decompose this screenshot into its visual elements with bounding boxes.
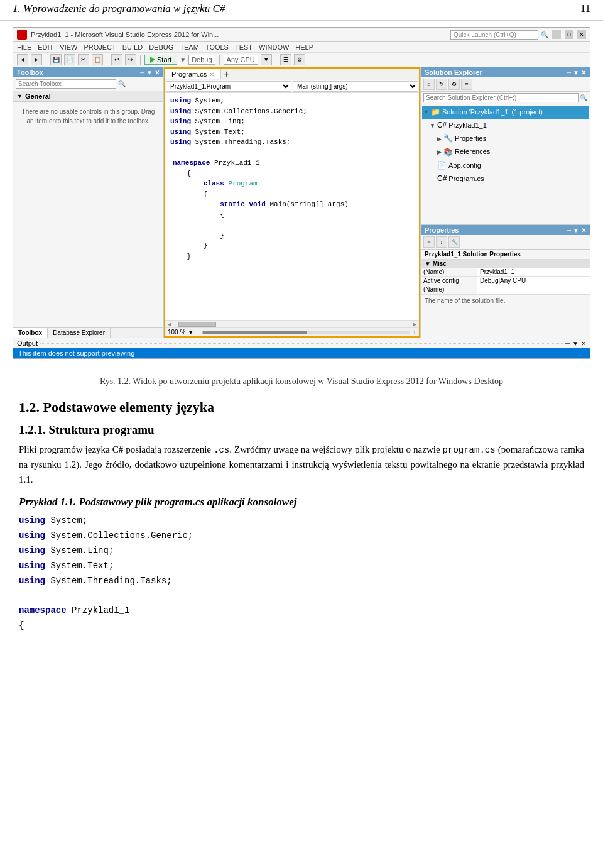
toolbar-undo-btn[interactable]: ↩ xyxy=(111,54,122,65)
toolbar-redo-btn[interactable]: ↪ xyxy=(125,54,136,65)
menu-debug[interactable]: DEBUG xyxy=(149,43,173,51)
toolbar-save-btn[interactable]: 💾 xyxy=(50,54,62,65)
toolbar-cpu-arrow[interactable]: ▼ xyxy=(261,54,272,65)
output-dropdown-icon[interactable]: ▼ xyxy=(572,340,579,347)
solution-search-icon[interactable]: 🔍 xyxy=(580,94,587,101)
toolbar-debug-dropdown[interactable]: Debug xyxy=(188,55,215,65)
properties-dropdown-icon[interactable]: ▼ xyxy=(573,227,579,234)
editor-nav-class-select[interactable]: Przyklad1_1.Program xyxy=(166,81,291,92)
code-line-4: using System.Text; xyxy=(170,127,414,138)
page-number: 11 xyxy=(580,3,590,15)
toolbox-search-icon[interactable]: 🔍 xyxy=(118,80,126,87)
toolbox-close-icon[interactable]: ✕ xyxy=(155,69,160,76)
code-line-12: { xyxy=(170,210,414,221)
toolbox-tab[interactable]: Toolbox xyxy=(13,328,48,338)
solution-tree-project[interactable]: ▼ C# Przyklad1_1 xyxy=(422,119,589,132)
scroll-thumb[interactable] xyxy=(178,322,216,327)
toolbar-cut-btn[interactable]: ✂ xyxy=(78,54,89,65)
solution-search-input[interactable] xyxy=(423,93,579,102)
toolbar-save-all-btn[interactable]: 📄 xyxy=(64,54,75,65)
solution-tree-programcs-label: Program.cs xyxy=(448,173,484,185)
props-alpha-btn[interactable]: ↕ xyxy=(436,236,447,248)
vs-code-editor[interactable]: Program.cs ✕ + Przyklad1_1.Program Main(… xyxy=(164,67,420,338)
menu-build[interactable]: BUILD xyxy=(122,43,143,51)
menu-edit[interactable]: EDIT xyxy=(38,43,53,51)
output-close-icon[interactable]: ✕ xyxy=(581,340,586,347)
references-icon: 📚 xyxy=(443,146,453,158)
zoom-minus-btn[interactable]: − xyxy=(196,329,200,336)
toolbar-debug-arrow[interactable]: ▼ xyxy=(180,57,186,63)
props-val-activeconfig: Debug|Any CPU xyxy=(477,277,590,285)
output-pin-icon[interactable]: ─ xyxy=(565,340,570,347)
menu-team[interactable]: TEAM xyxy=(180,43,199,51)
props-key-activeconfig: Active config xyxy=(421,277,477,285)
menu-help[interactable]: HELP xyxy=(295,43,313,51)
sol-home-btn[interactable]: ⌂ xyxy=(423,79,435,90)
page-header: 1. Wprowadzenie do programowania w język… xyxy=(0,0,603,21)
vs-maximize-button[interactable]: □ xyxy=(565,30,573,39)
zoom-dropdown-icon[interactable]: ▼ xyxy=(188,329,193,336)
toolbar-extra-btn[interactable]: ☰ xyxy=(280,54,291,65)
toolbar-start-button[interactable]: Start xyxy=(144,55,177,65)
solution-tree-solution[interactable]: ▼ 📁 Solution 'Przyklad1_1' (1 project) xyxy=(422,106,589,119)
menu-window[interactable]: WINDOW xyxy=(259,43,289,51)
sol-refresh-btn[interactable]: ↻ xyxy=(436,79,447,90)
solution-icon: 📁 xyxy=(431,106,440,118)
scroll-right-arrow-icon[interactable]: ► xyxy=(412,321,418,327)
sol-settings-btn[interactable]: ⚙ xyxy=(448,79,460,90)
toolbox-pin-icon[interactable]: ─ xyxy=(140,69,144,76)
para1-text1: Pliki programów języka C# posiadają rozs… xyxy=(19,444,214,454)
menu-view[interactable]: VIEW xyxy=(60,43,77,51)
toolbar-back-btn[interactable]: ◄ xyxy=(17,54,28,65)
menu-test[interactable]: TEST xyxy=(235,43,253,51)
solution-search-bar: 🔍 xyxy=(421,92,590,104)
toolbox-general-section[interactable]: ▼ General xyxy=(13,91,163,102)
zoom-plus-btn[interactable]: + xyxy=(413,329,416,336)
editor-new-tab-icon[interactable]: + xyxy=(221,69,232,80)
toolbar-cpu-dropdown[interactable]: Any CPU xyxy=(224,55,258,65)
editor-code-area[interactable]: using System; using System.Collections.G… xyxy=(165,93,419,320)
editor-tab-label: Program.cs xyxy=(171,70,207,78)
solution-tree-references[interactable]: ▶ 📚 References xyxy=(422,146,589,159)
toolbar-extra2-btn[interactable]: ⚙ xyxy=(294,54,305,65)
code-line-10: { xyxy=(170,189,414,200)
vs-minimize-button[interactable]: ─ xyxy=(552,30,561,39)
database-explorer-tab[interactable]: Database Explorer xyxy=(48,328,111,338)
toolbox-section-label: General xyxy=(25,92,51,100)
toolbox-search-input[interactable] xyxy=(16,79,116,89)
vs-search-icon[interactable]: 🔍 xyxy=(541,31,548,38)
editor-scrollbar-h[interactable]: ◄ ► xyxy=(165,320,419,327)
zoom-slider[interactable] xyxy=(202,331,410,334)
editor-nav-method-select[interactable]: Main(string[] args) xyxy=(293,81,418,92)
vs-output-bar: Output ─ ▼ ✕ xyxy=(13,338,590,348)
menu-tools[interactable]: TOOLS xyxy=(205,43,229,51)
menu-project[interactable]: PROJECT xyxy=(84,43,116,51)
solution-dropdown-icon[interactable]: ▼ xyxy=(573,69,579,76)
vs-quick-launch[interactable]: Quick Launch (Ctrl+Q) xyxy=(450,30,538,40)
solution-tree-programcs[interactable]: C# Program.cs xyxy=(422,172,589,185)
code-line-6 xyxy=(170,148,414,158)
menu-file[interactable]: FILE xyxy=(17,43,31,51)
props-category-btn[interactable]: ≡ xyxy=(423,236,435,248)
solution-close-icon[interactable]: ✕ xyxy=(581,69,586,76)
properties-close-icon[interactable]: ✕ xyxy=(581,227,586,234)
toolbar-forward-btn[interactable]: ► xyxy=(31,54,42,65)
vs-close-button[interactable]: ✕ xyxy=(577,30,586,39)
scroll-left-arrow-icon[interactable]: ◄ xyxy=(166,321,172,327)
props-wrench-btn[interactable]: 🔧 xyxy=(448,236,460,248)
output-label[interactable]: Output xyxy=(17,339,38,347)
properties-description: The name of the solution file. xyxy=(421,294,590,307)
sol-prop-btn[interactable]: ≡ xyxy=(461,79,472,90)
editor-nav-bar: Przyklad1_1.Program Main(string[] args) xyxy=(165,80,419,93)
book-code-line-3: using System.Linq; xyxy=(19,544,584,559)
editor-tab-programcs[interactable]: Program.cs ✕ xyxy=(165,69,221,79)
props-expand-icon: ▼ xyxy=(425,260,431,267)
solution-tree-appconfig[interactable]: 📄 App.config xyxy=(422,159,589,172)
properties-pin-icon[interactable]: ─ xyxy=(567,227,571,234)
solution-tree-properties[interactable]: ▶ 🔧 Properties xyxy=(422,132,589,145)
editor-tab-close-icon[interactable]: ✕ xyxy=(209,71,214,78)
toolbox-dropdown-icon[interactable]: ▼ xyxy=(146,69,153,76)
toolbar-copy-btn[interactable]: 📋 xyxy=(92,54,103,65)
solution-pin-icon[interactable]: ─ xyxy=(567,69,571,76)
book-code-line-1: using System; xyxy=(19,514,584,529)
